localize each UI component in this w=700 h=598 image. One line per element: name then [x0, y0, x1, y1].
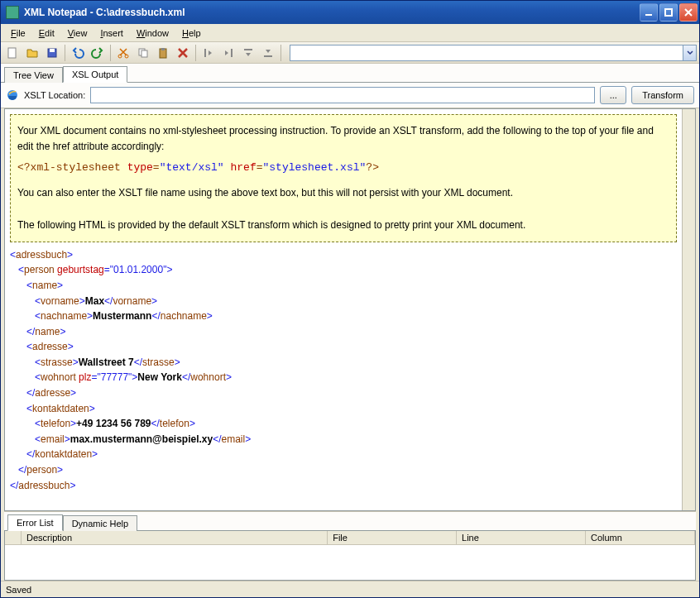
notice-text: You can also enter the XSLT file name us… — [17, 185, 669, 201]
maximize-button[interactable] — [659, 3, 678, 22]
xslt-location-input[interactable] — [90, 87, 595, 103]
status-text: Saved — [6, 585, 31, 595]
menu-window[interactable]: Window — [130, 26, 175, 40]
window-title: XML Notepad - C:\adressbuch.xml — [24, 7, 640, 18]
tab-error-list[interactable]: Error List — [7, 514, 63, 531]
svg-rect-1 — [665, 9, 672, 16]
delete-icon[interactable] — [174, 44, 192, 62]
col-column[interactable]: Column — [586, 531, 695, 544]
toolbar-combo[interactable] — [290, 45, 697, 61]
cut-icon[interactable] — [114, 44, 132, 62]
menu-insert[interactable]: Insert — [93, 26, 130, 40]
open-icon[interactable] — [23, 44, 41, 62]
menu-edit[interactable]: Edit — [32, 26, 61, 40]
xsl-output-pane[interactable]: Your XML document contains no xml-styles… — [5, 109, 682, 510]
menu-view[interactable]: View — [61, 26, 94, 40]
notice-text: The following HTML is provided by the de… — [17, 218, 669, 233]
svg-rect-13 — [244, 49, 252, 50]
save-icon[interactable] — [43, 44, 61, 62]
error-list-panel: Description File Line Column — [4, 531, 696, 581]
nudge-up-icon[interactable] — [239, 44, 257, 62]
notice-text: Your XML document contains no xml-styles… — [17, 123, 669, 155]
redo-icon[interactable] — [89, 44, 107, 62]
svg-rect-2 — [8, 48, 16, 58]
internet-explorer-icon — [6, 89, 19, 102]
xslt-location-bar: XSLT Location: ... Transform — [1, 83, 699, 108]
toolbar — [1, 42, 699, 64]
minimize-button[interactable] — [640, 3, 658, 22]
svg-rect-12 — [231, 49, 233, 57]
vertical-scrollbar[interactable] — [682, 109, 695, 510]
col-file[interactable]: File — [328, 531, 457, 544]
bottom-tabs: Error List Dynamic Help — [4, 511, 696, 531]
menubar: File Edit View Insert Window Help — [1, 24, 699, 42]
svg-rect-14 — [264, 55, 272, 57]
close-button[interactable] — [679, 3, 698, 22]
menu-file[interactable]: File — [4, 26, 32, 40]
tab-tree-view[interactable]: Tree View — [4, 67, 63, 83]
menu-help[interactable]: Help — [175, 26, 208, 40]
nudge-right-icon[interactable] — [219, 44, 237, 62]
svg-rect-10 — [161, 48, 165, 50]
browse-button[interactable]: ... — [600, 86, 626, 104]
col-line[interactable]: Line — [457, 531, 586, 544]
svg-rect-8 — [141, 50, 147, 57]
nudge-left-icon[interactable] — [199, 44, 218, 62]
undo-icon[interactable] — [69, 44, 87, 62]
chevron-down-icon[interactable] — [683, 45, 696, 60]
svg-rect-0 — [645, 14, 652, 16]
tab-xsl-output[interactable]: XSL Output — [63, 66, 127, 83]
top-tabs: Tree View XSL Output — [1, 64, 699, 83]
xslt-notice: Your XML document contains no xml-styles… — [10, 114, 677, 242]
notice-code: <?xml-stylesheet type="text/xsl" href="s… — [17, 155, 669, 185]
col-description[interactable]: Description — [22, 531, 328, 544]
new-file-icon[interactable] — [3, 44, 22, 62]
nudge-down-icon[interactable] — [259, 44, 277, 62]
titlebar: XML Notepad - C:\adressbuch.xml — [1, 1, 699, 24]
app-icon — [6, 6, 19, 19]
tab-dynamic-help[interactable]: Dynamic Help — [63, 515, 137, 531]
xslt-location-label: XSLT Location: — [24, 90, 85, 100]
svg-rect-11 — [204, 49, 206, 57]
content-area: Your XML document contains no xml-styles… — [4, 108, 696, 511]
paste-icon[interactable] — [154, 44, 172, 62]
copy-icon[interactable] — [134, 44, 152, 62]
transform-button[interactable]: Transform — [631, 86, 694, 104]
status-bar: Saved — [1, 581, 699, 597]
xml-pretty-print: <adressbuch> <person geburtstag="01.01.2… — [10, 247, 677, 494]
svg-rect-4 — [50, 49, 55, 52]
